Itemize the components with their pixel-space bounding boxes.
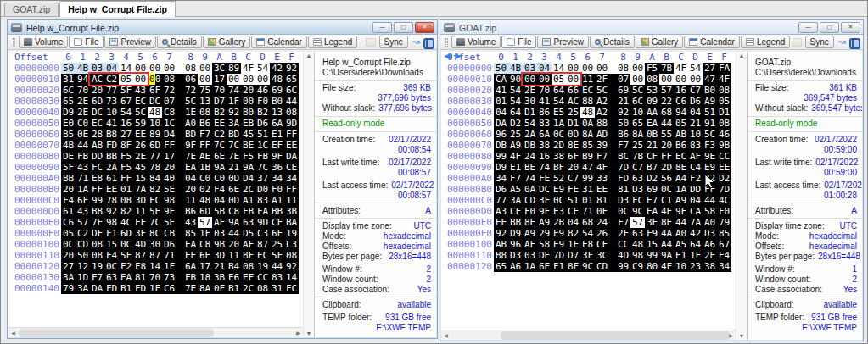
hex-byte[interactable]: 44 — [284, 96, 299, 107]
hex-byte[interactable]: 0C — [104, 261, 119, 272]
hex-byte[interactable]: 0D — [227, 173, 241, 184]
hex-byte[interactable]: 8E — [566, 140, 580, 151]
hex-byte[interactable]: C7 — [566, 173, 580, 184]
hex-byte[interactable]: 01 — [580, 195, 595, 206]
hex-byte[interactable]: 05 — [119, 74, 133, 85]
close-button[interactable]: ✕ — [415, 22, 434, 33]
hex-byte[interactable]: 00 — [241, 96, 255, 107]
hex-byte[interactable]: C2 — [76, 228, 90, 239]
hex-byte[interactable]: A6 — [703, 239, 717, 250]
hex-byte[interactable]: 1F — [162, 261, 176, 272]
hex-byte[interactable]: 9F — [162, 206, 176, 217]
hex-byte[interactable]: B6 — [183, 206, 198, 217]
hex-byte[interactable]: 54 — [552, 96, 566, 107]
hex-byte[interactable]: 75 — [198, 85, 212, 96]
hex-byte[interactable]: 8C — [148, 228, 162, 239]
hex-byte[interactable]: 00 — [148, 63, 162, 74]
hex-byte[interactable]: 3F — [133, 228, 148, 239]
hex-byte[interactable]: 99 — [494, 151, 508, 162]
hex-byte[interactable]: 14 — [148, 261, 162, 272]
hex-byte[interactable]: 34 — [717, 261, 731, 272]
hex-byte[interactable]: 17 — [162, 151, 176, 162]
hex-byte[interactable]: F4 — [212, 184, 227, 195]
vertical-scrollbar[interactable]: ▲▼ — [303, 52, 314, 337]
hex-byte[interactable]: E5 — [552, 107, 566, 118]
hex-byte[interactable]: AF — [523, 239, 537, 250]
hex-byte[interactable]: EC — [674, 151, 688, 162]
hex-byte[interactable]: 69 — [645, 184, 659, 195]
hex-byte[interactable]: 1F — [227, 96, 241, 107]
hex-byte[interactable]: CC — [717, 151, 731, 162]
hex-byte[interactable]: D3 — [703, 228, 717, 239]
hex-byte[interactable]: E9 — [552, 228, 566, 239]
hex-byte[interactable]: 6F — [270, 228, 284, 239]
hex-byte[interactable]: FC — [90, 162, 104, 173]
hex-byte[interactable]: 21 — [616, 96, 630, 107]
toolbar-calendar-button[interactable]: Calendar — [251, 36, 307, 48]
hex-byte[interactable]: 31 — [61, 74, 76, 85]
hex-byte[interactable]: 04 — [688, 195, 703, 206]
hex-byte[interactable]: F1 — [552, 261, 566, 272]
hex-byte[interactable]: F4 — [104, 250, 119, 261]
hex-byte[interactable]: 38 — [552, 151, 566, 162]
hex-byte[interactable]: EC — [580, 85, 595, 96]
toolbar-details-button[interactable]: Details — [590, 36, 635, 48]
hex-byte[interactable]: DC — [90, 107, 104, 118]
hex-byte[interactable]: 08 — [717, 118, 731, 129]
hex-byte[interactable]: 37 — [255, 173, 270, 184]
hex-byte[interactable]: B1 — [227, 283, 241, 294]
hex-byte[interactable]: 92 — [494, 228, 508, 239]
hex-byte[interactable]: 20 — [227, 239, 241, 250]
hex-byte[interactable]: 88 — [595, 118, 609, 129]
hex-byte[interactable]: A0 — [703, 217, 717, 228]
sync-button[interactable]: Sync — [379, 36, 408, 48]
hex-byte[interactable]: 43 — [76, 162, 90, 173]
hex-byte[interactable]: DB — [523, 140, 537, 151]
toolbar-legend-button[interactable]: Legend — [308, 36, 357, 48]
hex-byte[interactable]: 36 — [270, 162, 284, 173]
hex-byte[interactable]: 57 — [630, 217, 645, 228]
hex-byte[interactable]: 6D — [148, 140, 162, 151]
hex-byte[interactable]: 00 — [148, 74, 162, 85]
hex-byte[interactable]: 38 — [703, 261, 717, 272]
hex-byte[interactable]: E9 — [552, 184, 566, 195]
hex-byte[interactable]: 51 — [255, 129, 270, 140]
hex-byte[interactable]: 54 — [119, 107, 133, 118]
toolbar-gallery-button[interactable]: Gallery — [636, 36, 684, 48]
hex-byte[interactable]: 21 — [688, 118, 703, 129]
hex-byte[interactable]: 20 — [61, 250, 76, 261]
hex-byte[interactable]: 8E — [674, 162, 688, 173]
hex-byte[interactable]: B9 — [580, 151, 595, 162]
hex-byte[interactable]: 99 — [90, 195, 104, 206]
hex-byte[interactable]: 2E — [703, 250, 717, 261]
hex-byte[interactable]: 98 — [630, 250, 645, 261]
hex-byte[interactable]: BC — [616, 151, 630, 162]
hex-byte[interactable]: 4B — [61, 140, 76, 151]
hex-byte[interactable]: 53 — [645, 85, 659, 96]
hex-byte[interactable]: 10 — [688, 129, 703, 140]
toolbar-calendar-button[interactable]: Calendar — [684, 36, 740, 48]
hex-byte[interactable]: A0 — [674, 228, 688, 239]
window-titlebar[interactable]: Help w_Corrupt File.zip — ▢ ✕ — [8, 20, 437, 35]
hex-byte[interactable]: BD — [183, 129, 198, 140]
hex-byte[interactable]: EE — [284, 140, 299, 151]
hex-byte[interactable]: 57 — [76, 217, 90, 228]
hex-byte[interactable]: A5 — [508, 184, 523, 195]
hex-byte[interactable]: FB — [76, 151, 90, 162]
hex-byte[interactable]: AF — [688, 151, 703, 162]
scroll-right-arrow[interactable]: ▶ — [294, 329, 303, 337]
hex-byte[interactable]: BF — [552, 162, 566, 173]
hex-byte[interactable]: F7 — [90, 272, 104, 283]
hex-byte[interactable]: 25 — [270, 239, 284, 250]
hex-byte[interactable]: 20 — [566, 162, 580, 173]
hex-byte[interactable]: 2F — [595, 74, 609, 85]
hex-byte[interactable]: F5 — [645, 63, 659, 74]
hex-byte[interactable]: 0C — [61, 239, 76, 250]
hex-byte[interactable]: EE — [104, 184, 119, 195]
hex-byte[interactable]: FF — [284, 129, 299, 140]
hex-byte[interactable]: 00 — [674, 74, 688, 85]
hex-byte[interactable]: 0A — [523, 184, 537, 195]
hex-byte[interactable]: 7B — [630, 151, 645, 162]
hex-byte[interactable]: 67 — [119, 96, 133, 107]
hex-byte[interactable]: 00 — [133, 74, 148, 85]
